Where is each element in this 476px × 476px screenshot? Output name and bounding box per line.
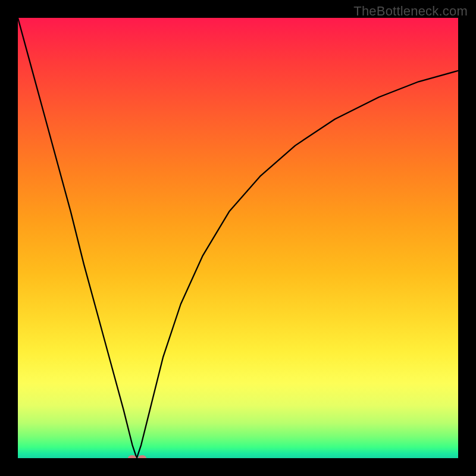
curve-layer xyxy=(18,18,458,458)
bottleneck-curve xyxy=(18,18,458,458)
plot-area xyxy=(18,18,458,458)
watermark-text: TheBottleneck.com xyxy=(353,4,468,19)
chart-frame: TheBottleneck.com xyxy=(0,0,476,476)
